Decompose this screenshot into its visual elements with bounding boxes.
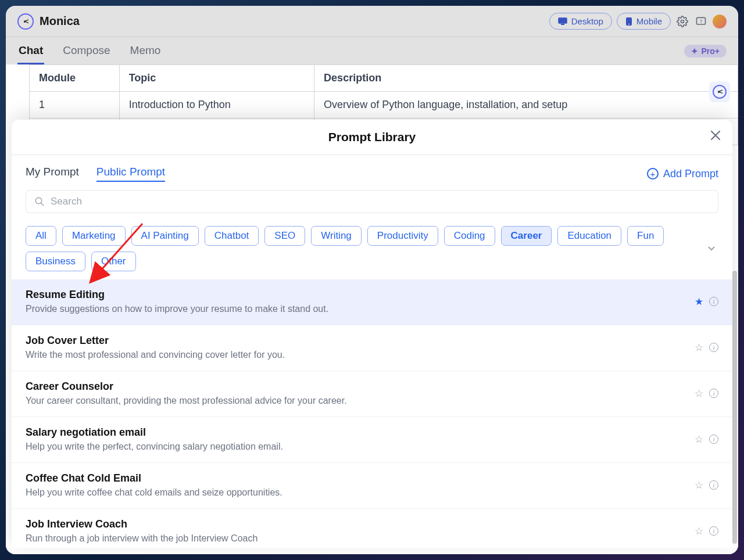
avatar[interactable]: [713, 15, 727, 28]
star-icon[interactable]: ☆: [695, 387, 703, 400]
gear-icon: [677, 16, 688, 27]
th-module: Module: [30, 65, 120, 92]
star-icon[interactable]: ☆: [695, 479, 703, 491]
prompt-text: Coffee Chat Cold EmailHelp you write cof…: [26, 472, 282, 498]
filter-chip-coding[interactable]: Coding: [444, 226, 495, 246]
tab-memo[interactable]: Memo: [129, 37, 162, 64]
prompt-text: Salary negotiation emailHelp you write t…: [26, 426, 283, 452]
info-icon[interactable]: i: [709, 389, 718, 398]
th-topic: Topic: [119, 65, 314, 92]
plus-circle-icon: +: [647, 168, 659, 180]
filter-chip-other[interactable]: Other: [91, 252, 136, 271]
filter-chip-seo[interactable]: SEO: [264, 226, 305, 246]
close-button[interactable]: [710, 130, 721, 141]
add-prompt-button[interactable]: + Add Prompt: [647, 168, 718, 180]
info-icon[interactable]: i: [709, 526, 718, 536]
filter-chip-marketing[interactable]: Marketing: [62, 226, 126, 246]
pro-badge[interactable]: ✦ Pro+: [684, 45, 727, 58]
tab-compose[interactable]: Compose: [62, 37, 111, 64]
filter-chip-career[interactable]: Career: [501, 226, 552, 246]
prompt-actions: ☆i: [695, 479, 718, 491]
star-icon[interactable]: ☆: [695, 342, 703, 354]
filter-expand-button[interactable]: [708, 246, 715, 251]
prompt-text: Resume EditingProvide suggestions on how…: [26, 289, 328, 314]
svg-text:?: ?: [700, 18, 703, 24]
filter-chip-education[interactable]: Education: [557, 226, 621, 246]
rail-monica-button[interactable]: [709, 81, 730, 102]
svg-line-8: [41, 203, 44, 206]
brand-name: Monica: [40, 15, 80, 28]
prompt-library-modal: Prompt Library My Prompt Public Prompt +…: [12, 120, 732, 548]
prompt-title: Resume Editing: [26, 289, 328, 301]
feedback-icon: ?: [695, 16, 707, 27]
search-input[interactable]: [51, 196, 710, 207]
prompt-text: Job Interview CoachRun through a job int…: [26, 518, 257, 544]
prompt-item[interactable]: Salary negotiation emailHelp you write t…: [12, 417, 732, 463]
prompt-item[interactable]: Job Interview CoachRun through a job int…: [12, 509, 732, 548]
prompt-desc: Help you write the perfect, convincing s…: [26, 441, 283, 452]
add-prompt-label: Add Prompt: [663, 168, 718, 180]
filter-chip-all[interactable]: All: [26, 226, 56, 246]
main-tabs: Chat Compose Memo: [17, 37, 162, 64]
prompt-desc: Write the most professional and convinci…: [26, 350, 285, 360]
sparkle-icon: ✦: [691, 46, 698, 56]
filter-chip-business[interactable]: Business: [26, 252, 85, 271]
prompt-list: Resume EditingProvide suggestions on how…: [12, 279, 732, 548]
prompt-item[interactable]: Career CounselorYour career consultant, …: [12, 371, 732, 417]
filter-chip-chatbot[interactable]: Chatbot: [205, 226, 259, 246]
info-icon[interactable]: i: [709, 435, 718, 444]
mobile-icon: [625, 17, 632, 26]
tab-public-prompt[interactable]: Public Prompt: [96, 166, 165, 182]
info-icon[interactable]: i: [709, 297, 718, 306]
top-actions: Desktop Mobile ?: [549, 13, 727, 30]
prompt-title: Job Cover Letter: [26, 335, 285, 347]
main-tabbar: Chat Compose Memo ✦ Pro+: [6, 37, 738, 64]
prompt-title: Salary negotiation email: [26, 426, 283, 439]
pro-label: Pro+: [701, 46, 720, 56]
chevron-down-icon: [708, 246, 715, 251]
feedback-button[interactable]: ?: [694, 15, 708, 28]
td-module: 1: [30, 92, 120, 119]
filter-chip-productivity[interactable]: Productivity: [367, 226, 438, 246]
star-icon[interactable]: ☆: [695, 433, 703, 446]
tab-my-prompt[interactable]: My Prompt: [26, 166, 79, 182]
filter-chip-ai-painting[interactable]: AI Painting: [131, 226, 199, 246]
star-icon[interactable]: ★: [695, 296, 703, 308]
info-icon[interactable]: i: [709, 480, 718, 490]
prompt-desc: Provide suggestions on how to improve yo…: [26, 304, 328, 314]
prompt-desc: Your career consultant, providing the mo…: [26, 396, 347, 406]
prompt-desc: Help you write coffee chat cold emails a…: [26, 487, 282, 498]
tab-chat[interactable]: Chat: [17, 37, 44, 64]
search-icon: [34, 196, 45, 207]
th-description: Description: [314, 65, 738, 92]
star-icon[interactable]: ☆: [695, 525, 703, 537]
prompt-title: Coffee Chat Cold Email: [26, 472, 282, 484]
prompt-desc: Run through a job interview with the job…: [26, 533, 257, 544]
prompt-item[interactable]: Job Cover LetterWrite the most professio…: [12, 325, 732, 371]
prompt-actions: ☆i: [695, 342, 718, 354]
prompt-item[interactable]: Resume EditingProvide suggestions on how…: [12, 279, 732, 325]
brand: Monica: [17, 13, 80, 30]
search-field[interactable]: [26, 190, 718, 213]
svg-rect-1: [559, 18, 567, 23]
mobile-label: Mobile: [636, 16, 662, 26]
prompt-title: Job Interview Coach: [26, 518, 257, 530]
filter-chip-fun[interactable]: Fun: [627, 226, 664, 246]
mobile-button[interactable]: Mobile: [617, 13, 671, 30]
filter-chip-writing[interactable]: Writing: [311, 226, 362, 246]
right-rail: [707, 81, 732, 102]
prompt-actions: ★i: [695, 296, 718, 308]
monica-mini-icon: [713, 85, 727, 99]
prompt-actions: ☆i: [695, 387, 718, 400]
prompt-actions: ☆i: [695, 433, 718, 446]
prompt-title: Career Counselor: [26, 380, 347, 393]
svg-rect-2: [561, 24, 564, 25]
desktop-button[interactable]: Desktop: [549, 13, 612, 30]
info-icon[interactable]: i: [709, 343, 718, 352]
filter-row: AllMarketingAI PaintingChatbotSEOWriting…: [12, 220, 732, 279]
close-icon: [710, 130, 721, 141]
prompt-item[interactable]: Coffee Chat Cold EmailHelp you write cof…: [12, 463, 732, 509]
prompt-text: Career CounselorYour career consultant, …: [26, 380, 347, 406]
settings-button[interactable]: [675, 15, 689, 28]
scrollbar[interactable]: [732, 271, 737, 544]
